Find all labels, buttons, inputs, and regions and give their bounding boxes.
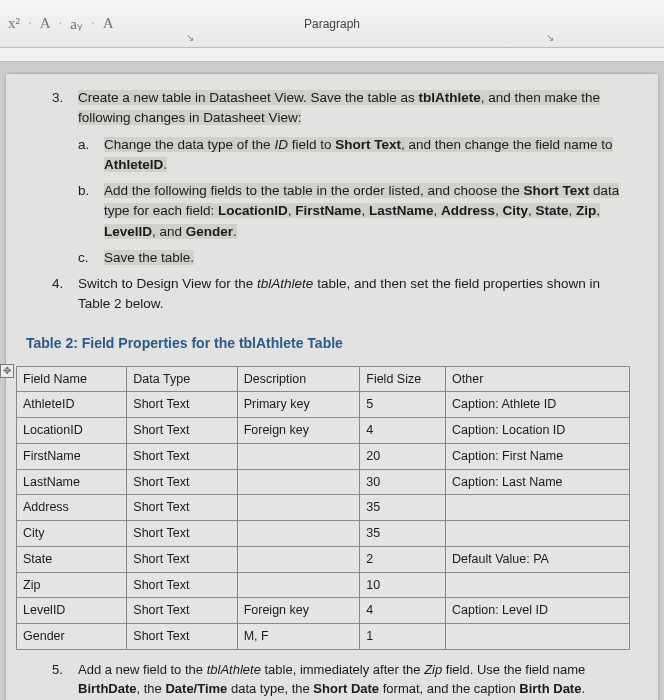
sub-body: Add the following fields to the table in… bbox=[104, 181, 630, 242]
table-move-handle-icon[interactable]: ✥ bbox=[0, 364, 14, 378]
table-row: ZipShort Text10 bbox=[17, 572, 630, 598]
th-field-name: Field Name bbox=[17, 366, 127, 392]
instruction-3a: a. Change the data type of the ID field … bbox=[78, 135, 630, 176]
font-effects-button[interactable]: A bbox=[103, 15, 114, 32]
table-row: AddressShort Text35 bbox=[17, 495, 630, 521]
instruction-5: 5. Add a new field to the tblAthlete tab… bbox=[52, 660, 630, 699]
table-row: LevelIDShort TextForeign key4Caption: Le… bbox=[17, 598, 630, 624]
th-field-size: Field Size bbox=[360, 366, 446, 392]
table-row: AthleteIDShort TextPrimary key5Caption: … bbox=[17, 392, 630, 418]
sub-body: Change the data type of the ID field to … bbox=[104, 135, 630, 176]
page-background: 3. Create a new table in Datasheet View.… bbox=[0, 62, 664, 700]
field-properties-table: Field Name Data Type Description Field S… bbox=[16, 366, 630, 650]
list-number: 3. bbox=[52, 88, 78, 268]
table-row: StateShort Text2Default Value: PA bbox=[17, 546, 630, 572]
sub-letter: b. bbox=[78, 181, 104, 242]
document-page: 3. Create a new table in Datasheet View.… bbox=[6, 74, 658, 700]
superscript-button[interactable]: x² bbox=[8, 15, 20, 32]
instruction-3: 3. Create a new table in Datasheet View.… bbox=[52, 88, 630, 268]
ribbon-toolbar: x² · A · aᵧ · A Paragraph ↘ ↘ bbox=[0, 0, 664, 48]
instruction-3c: c. Save the table. bbox=[78, 248, 630, 268]
post-instructions: 5. Add a new field to the tblAthlete tab… bbox=[52, 660, 630, 700]
table-row: FirstNameShort Text20Caption: First Name bbox=[17, 443, 630, 469]
table-row: GenderShort TextM, F1 bbox=[17, 624, 630, 650]
table-row: LocationIDShort TextForeign key4Caption:… bbox=[17, 418, 630, 444]
paragraph-group-label: Paragraph bbox=[304, 17, 360, 31]
text-highlight-button[interactable]: aᵧ bbox=[70, 15, 83, 33]
list-number: 4. bbox=[52, 274, 78, 315]
table-header-row: Field Name Data Type Description Field S… bbox=[17, 366, 630, 392]
th-data-type: Data Type bbox=[127, 366, 237, 392]
instruction-4: 4. Switch to Design View for the tblAthl… bbox=[52, 274, 630, 315]
font-launcher-icon[interactable]: ↘ bbox=[186, 32, 194, 43]
table-wrapper: ✥ Field Name Data Type Description Field… bbox=[16, 366, 630, 650]
sub-body: Save the table. bbox=[104, 248, 194, 268]
table-caption: Table 2: Field Properties for the tblAth… bbox=[26, 333, 630, 354]
list-body: Switch to Design View for the tblAthlete… bbox=[78, 274, 630, 315]
list-body: Create a new table in Datasheet View. Sa… bbox=[78, 88, 630, 268]
sub-letter: a. bbox=[78, 135, 104, 176]
th-other: Other bbox=[446, 366, 630, 392]
font-color-button[interactable]: A bbox=[40, 15, 51, 32]
ruler bbox=[0, 48, 664, 62]
list-body: Add a new field to the tblAthlete table,… bbox=[78, 660, 630, 699]
list-number: 5. bbox=[52, 660, 78, 699]
font-group: x² · A · aᵧ · A bbox=[8, 15, 114, 33]
sub-letter: c. bbox=[78, 248, 104, 268]
table-row: CityShort Text35 bbox=[17, 521, 630, 547]
instruction-3b: b. Add the following fields to the table… bbox=[78, 181, 630, 242]
table-row: LastNameShort Text30Caption: Last Name bbox=[17, 469, 630, 495]
paragraph-launcher-icon[interactable]: ↘ bbox=[546, 32, 554, 43]
th-description: Description bbox=[237, 366, 360, 392]
